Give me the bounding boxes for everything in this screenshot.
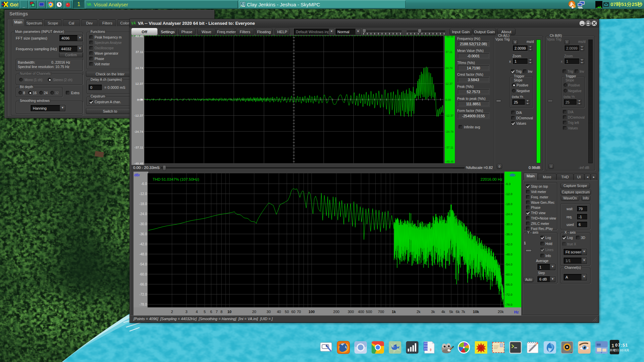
svg-text:-48.0: -48.0 [505,252,513,256]
svg-text:-24.0: -24.0 [139,212,147,216]
svg-text:-12.37: -12.37 [134,114,143,117]
svg-text:-72.0: -72.0 [505,293,513,296]
svg-text:-36.0: -36.0 [139,232,147,236]
svg-text:6k: 6k [456,310,460,314]
svg-text:37.11: 37.11 [445,50,452,54]
svg-text:10k: 10k [473,310,479,314]
svg-text:101: 101 [424,342,428,345]
svg-text:-49.48: -49.48 [445,35,453,38]
svg-text:-54.0: -54.0 [505,262,513,266]
svg-text:-37.11: -37.11 [445,146,453,149]
svg-text:12.37: 12.37 [135,82,143,85]
svg-text:-30.0: -30.0 [139,222,147,226]
svg-text:1k: 1k [392,310,396,314]
svg-text:-72.0: -72.0 [139,293,147,296]
svg-text:-37.11: -37.11 [135,145,143,149]
svg-text:700: 700 [378,310,384,314]
svg-text:-60.0: -60.0 [505,273,513,276]
svg-text:20k: 20k [498,310,504,314]
svg-text:5: 5 [204,310,206,314]
svg-text:-49.48: -49.48 [134,162,143,165]
svg-text:30: 30 [267,310,271,314]
svg-text:-12.0: -12.0 [139,192,147,196]
svg-text:-66.0: -66.0 [505,283,513,286]
svg-text:-6.0: -6.0 [141,182,147,186]
svg-text:-36.0: -36.0 [505,232,513,236]
svg-text:40: 40 [277,310,281,314]
svg-text:50: 50 [285,310,289,314]
svg-text:-60.0: -60.0 [139,273,147,276]
svg-text:100: 100 [309,310,315,314]
svg-text:0.00: 0.00 [445,98,451,102]
svg-text:7k: 7k [461,310,465,314]
svg-text:37.11: 37.11 [136,50,143,54]
svg-text:6: 6 [210,310,212,314]
svg-text:70: 70 [297,310,301,314]
svg-text:-30.0: -30.0 [505,222,513,226]
svg-text:THD 51.0347% (107.50Hz): THD 51.0347% (107.50Hz) [153,177,199,181]
svg-text:500: 500 [366,310,372,314]
svg-text:-66.0: -66.0 [139,283,147,286]
svg-text:dBr: dBr [510,173,516,177]
svg-text:-6.0: -6.0 [505,182,511,186]
svg-text:0.00: 0.00 [137,98,144,102]
svg-text:dBr: dBr [134,173,140,177]
svg-text:-48.0: -48.0 [139,252,147,256]
svg-text:-54.0: -54.0 [139,262,147,266]
svg-text:7: 7 [216,310,218,314]
svg-text:200: 200 [333,310,339,314]
svg-text:4k: 4k [441,310,445,314]
svg-text:-42.0: -42.0 [139,242,147,246]
svg-text:2: 2 [171,310,173,314]
svg-text:-24.74: -24.74 [134,130,143,133]
svg-text:10: 10 [227,310,231,314]
svg-text:24.74: 24.74 [445,66,453,70]
svg-text:300: 300 [348,310,354,314]
svg-text:49.48: 49.48 [135,35,143,38]
svg-text:-78.0: -78.0 [139,303,147,306]
svg-text:-18.0: -18.0 [505,202,513,206]
svg-text:3: 3 [185,310,187,314]
svg-text:-49.48: -49.48 [445,160,453,163]
svg-text:2k: 2k [417,310,421,314]
svg-text:-42.0: -42.0 [505,242,513,246]
svg-text:Hz: Hz [514,310,519,314]
svg-text:400: 400 [358,310,364,314]
svg-text:-12.37: -12.37 [445,114,453,117]
svg-text:-24.0: -24.0 [505,212,513,216]
svg-text:22016.00 Hz: 22016.00 Hz [481,177,502,181]
svg-text:-78.0: -78.0 [505,303,513,306]
svg-text:60: 60 [291,310,295,314]
svg-text:010: 010 [424,345,428,347]
svg-text:-24.74: -24.74 [445,130,453,133]
svg-text:12.37: 12.37 [445,82,453,85]
svg-text:5k: 5k [449,310,453,314]
svg-text:-18.0: -18.0 [139,202,147,206]
svg-text:24.74: 24.74 [135,66,143,70]
svg-text:20: 20 [252,310,256,314]
svg-text:4: 4 [196,310,198,314]
svg-text:8: 8 [220,310,222,314]
svg-text:-12.0: -12.0 [505,192,513,196]
svg-text:3k: 3k [431,310,435,314]
svg-text:101: 101 [424,348,428,350]
